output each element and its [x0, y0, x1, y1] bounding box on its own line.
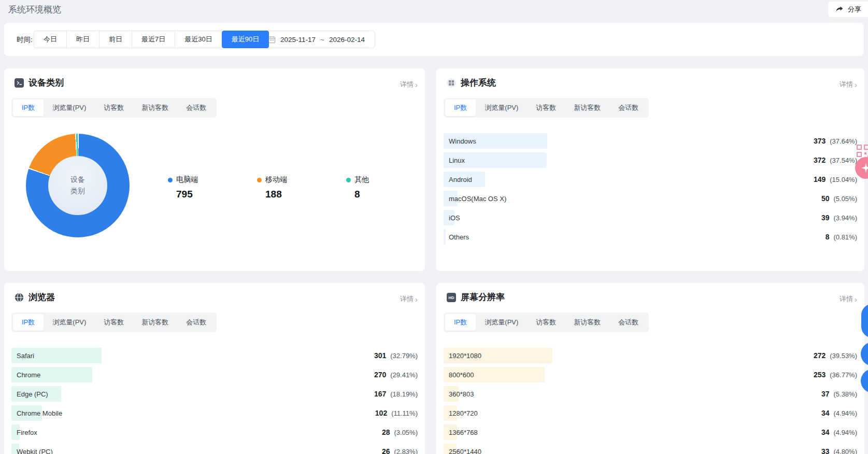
time-range-button-5[interactable]: 最近90日	[222, 31, 269, 48]
metric-row-macos-mac-os-x-[interactable]: macOS(Mac OS X)50(5.05%)	[444, 191, 857, 206]
time-range-button-3[interactable]: 最近7日	[132, 31, 175, 48]
legend-value: 188	[265, 189, 346, 200]
time-range-button-0[interactable]: 今日	[34, 31, 67, 48]
device-detail-link[interactable]: 详情›	[400, 80, 418, 89]
metric-value: 34(4.94%)	[821, 428, 857, 436]
legend-dot	[168, 178, 173, 182]
time-range-button-2[interactable]: 前日	[99, 31, 132, 48]
metric-tab-1[interactable]: 浏览量(PV)	[476, 314, 527, 331]
panel-title: 设备类别	[29, 77, 64, 89]
metric-label: 1280*720	[449, 409, 478, 417]
metric-tab-3[interactable]: 新访客数	[133, 314, 177, 331]
metric-row-800-600[interactable]: 800*600253(36.77%)	[444, 367, 857, 382]
metric-tab-0[interactable]: IP数	[13, 314, 44, 331]
metric-row-linux[interactable]: Linux372(37.54%)	[444, 152, 857, 168]
metric-row-others[interactable]: Others8(0.81%)	[444, 229, 857, 245]
time-range-button-4[interactable]: 最近30日	[175, 31, 222, 48]
time-range-button-1[interactable]: 昨日	[66, 31, 99, 48]
metric-value: 8(0.81%)	[826, 233, 857, 241]
metric-value: 39(3.94%)	[821, 214, 857, 222]
metric-row-chrome-mobile[interactable]: Chrome Mobile102(11.11%)	[11, 405, 418, 421]
metric-label: iOS	[449, 214, 460, 222]
donut-center-label: 设备 类别	[48, 156, 107, 215]
resolution-metric-tabs: IP数浏览量(PV)访客数新访客数会话数	[444, 313, 649, 332]
device-metric-tabs: IP数浏览量(PV)访客数新访客数会话数	[11, 98, 217, 118]
metric-tab-0[interactable]: IP数	[445, 314, 476, 331]
metric-tab-4[interactable]: 会话数	[609, 100, 647, 116]
date-range-picker[interactable]: 2025-11-17 ~ 2026-02-14	[261, 31, 375, 48]
date-separator: ~	[320, 36, 324, 44]
metric-row-360-803[interactable]: 360*80337(5.38%)	[444, 386, 857, 402]
metric-tab-3[interactable]: 新访客数	[565, 100, 609, 116]
metric-value: 372(37.54%)	[814, 156, 857, 164]
metric-tab-0[interactable]: IP数	[445, 100, 476, 116]
metric-tab-2[interactable]: 访客数	[95, 314, 133, 331]
resolution-detail-link[interactable]: 详情›	[839, 294, 857, 304]
metric-value: 26(2.83%)	[382, 447, 418, 454]
metric-tab-4[interactable]: 会话数	[177, 100, 215, 116]
metric-row-webkit-pc-[interactable]: Webkit (PC)26(2.83%)	[11, 444, 418, 454]
time-filter-label: 时间:	[17, 35, 33, 45]
metric-tab-1[interactable]: 浏览量(PV)	[44, 100, 95, 116]
metric-value: 301(32.79%)	[374, 351, 418, 360]
metric-label: macOS(Mac OS X)	[449, 195, 506, 203]
qr-code-icon[interactable]	[857, 145, 868, 158]
os-detail-link[interactable]: 详情›	[839, 80, 857, 89]
metric-row-ios[interactable]: iOS39(3.94%)	[444, 210, 857, 225]
metric-tab-0[interactable]: IP数	[13, 100, 44, 116]
legend-item-2[interactable]: 其他8	[346, 175, 369, 200]
device-legend: 电脑端795移动端188其他8	[168, 175, 369, 200]
share-button[interactable]: 分享	[828, 2, 868, 17]
metric-tab-2[interactable]: 访客数	[527, 100, 565, 116]
metric-tab-2[interactable]: 访客数	[95, 100, 133, 116]
metric-row-firefox[interactable]: Firefox28(3.05%)	[11, 424, 418, 440]
metric-value: 149(15.04%)	[814, 175, 857, 183]
metric-row-edge-pc-[interactable]: Edge (PC)167(18.19%)	[11, 386, 418, 402]
legend-item-1[interactable]: 移动端188	[257, 175, 346, 200]
page-title: 系统环境概览	[8, 4, 61, 16]
metric-tab-2[interactable]: 访客数	[527, 314, 565, 331]
panel-screen-resolution: HD 屏幕分辨率 详情› IP数浏览量(PV)访客数新访客数会话数 1920*1…	[436, 283, 864, 454]
legend-label: 移动端	[265, 175, 287, 185]
chevron-right-icon: ›	[855, 81, 857, 89]
metric-label: Others	[449, 233, 469, 241]
metric-row-1366-768[interactable]: 1366*76834(4.94%)	[444, 424, 857, 440]
metric-row-android[interactable]: Android149(15.04%)	[444, 172, 857, 187]
date-start: 2025-11-17	[280, 36, 316, 44]
legend-label: 电脑端	[176, 175, 198, 185]
metric-tab-4[interactable]: 会话数	[609, 314, 647, 331]
panel-title: 屏幕分辨率	[461, 291, 505, 303]
legend-dot	[346, 178, 351, 182]
chevron-right-icon: ›	[855, 295, 857, 303]
svg-text:HD: HD	[449, 295, 454, 300]
legend-label: 其他	[354, 175, 369, 185]
metric-row-1280-720[interactable]: 1280*72034(4.94%)	[444, 405, 857, 421]
metric-tab-1[interactable]: 浏览量(PV)	[44, 314, 95, 331]
metric-tab-3[interactable]: 新访客数	[133, 100, 177, 116]
browser-metric-list: Safari301(32.79%)Chrome270(29.41%)Edge (…	[11, 348, 418, 454]
browser-detail-link[interactable]: 详情›	[400, 294, 418, 304]
metric-value: 373(37.64%)	[814, 137, 857, 145]
metric-row-chrome[interactable]: Chrome270(29.41%)	[11, 367, 418, 382]
metric-label: 2560*1440	[449, 448, 481, 454]
panel-title: 浏览器	[29, 291, 55, 303]
metric-row-safari[interactable]: Safari301(32.79%)	[11, 348, 418, 363]
metric-row-1920-1080[interactable]: 1920*1080272(39.53%)	[444, 348, 857, 363]
metric-value: 50(5.05%)	[821, 194, 857, 203]
metric-label: Safari	[17, 352, 34, 360]
metric-row-2560-1440[interactable]: 2560*144033(4.80%)	[444, 444, 857, 454]
metric-tab-1[interactable]: 浏览量(PV)	[476, 100, 527, 116]
time-range-group: 今日昨日前日最近7日最近30日最近90日	[34, 31, 269, 48]
metric-label: Android	[449, 176, 472, 183]
metric-row-windows[interactable]: Windows373(37.64%)	[444, 133, 857, 149]
legend-item-0[interactable]: 电脑端795	[168, 175, 257, 200]
os-metric-list: Windows373(37.64%)Linux372(37.54%)Androi…	[444, 133, 857, 245]
system-environment-overview-page: 系统环境概览 分享 时间: 今日昨日前日最近7日最近30日最近90日 2025-…	[0, 0, 868, 454]
metric-tab-3[interactable]: 新访客数	[565, 314, 609, 331]
panel-browser: 浏览器 详情› IP数浏览量(PV)访客数新访客数会话数 Safari301(3…	[4, 283, 425, 454]
legend-dot	[257, 178, 262, 182]
metric-tab-4[interactable]: 会话数	[177, 314, 215, 331]
hd-screen-icon: HD	[447, 293, 456, 302]
metric-label: 800*600	[449, 371, 474, 379]
globe-icon	[15, 293, 24, 302]
